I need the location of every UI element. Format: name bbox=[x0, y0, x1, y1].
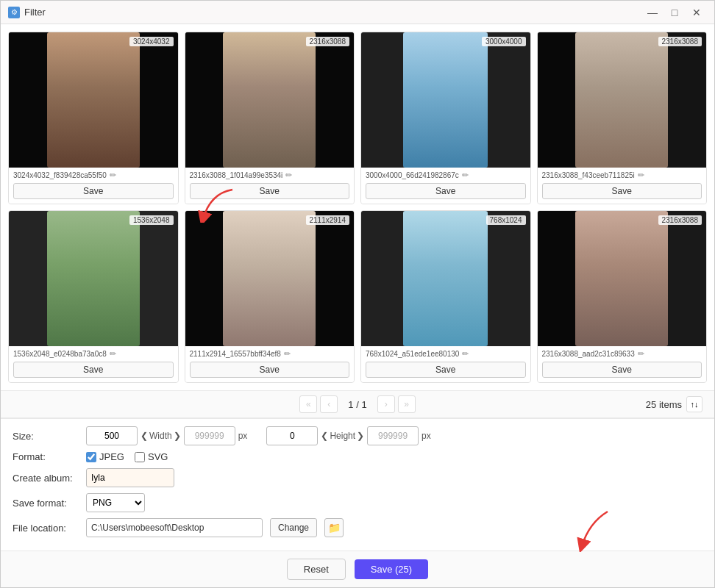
right-arrow-icon-2: ❯ bbox=[357, 431, 364, 441]
close-button[interactable]: ✕ bbox=[686, 4, 707, 21]
px-label-1: px bbox=[238, 431, 248, 441]
reset-button[interactable]: Reset bbox=[287, 559, 346, 580]
left-arrow-icon-2: ❮ bbox=[321, 431, 328, 441]
folder-icon: 📁 bbox=[328, 522, 341, 534]
main-window: ⚙ Filter — □ ✕ bbox=[0, 0, 715, 588]
card-save-btn-1[interactable]: Save bbox=[13, 183, 174, 199]
jpeg-checkbox[interactable] bbox=[86, 452, 96, 462]
width-group: ❮ Width ❯ px bbox=[86, 426, 247, 445]
items-count: 25 items ↑↓ bbox=[646, 396, 702, 412]
edit-icon-6[interactable]: ✏ bbox=[284, 349, 291, 359]
image-thumb-2: 2316x3088 bbox=[185, 32, 355, 168]
card-save-btn-8[interactable]: Save bbox=[542, 362, 702, 378]
height-arrow-label: ❮ Height ❯ bbox=[321, 431, 364, 441]
content-area: 3024x4032 3024x4032_f839428ca55f50 ✏ Sav… bbox=[1, 24, 714, 587]
svg-checkbox[interactable] bbox=[135, 452, 145, 462]
image-card-6: 2111x2914 2111x2914_16557bbff34ef8 ✏ Sav… bbox=[185, 210, 355, 383]
maximize-button[interactable]: □ bbox=[664, 4, 685, 21]
image-card-1: 3024x4032 3024x4032_f839428ca55f50 ✏ Sav… bbox=[8, 32, 179, 204]
jpeg-label: JPEG bbox=[99, 451, 124, 462]
filename-2: 2316x3088_1f014a99e3534i ✏ bbox=[190, 171, 350, 180]
card-footer-1: 3024x4032_f839428ca55f50 ✏ Save bbox=[9, 168, 178, 204]
save-format-label: Save format: bbox=[13, 498, 79, 509]
window-title: Filter bbox=[24, 7, 642, 18]
resolution-badge-7: 768x1024 bbox=[486, 215, 526, 225]
height-input[interactable] bbox=[266, 426, 318, 445]
resolution-badge-6: 2111x2914 bbox=[306, 215, 350, 225]
px-label-2: px bbox=[421, 431, 431, 441]
svg-checkbox-label[interactable]: SVG bbox=[135, 451, 168, 462]
resolution-badge-8: 2316x3088 bbox=[658, 215, 702, 225]
prev-page-button[interactable]: ‹ bbox=[320, 395, 338, 413]
next-page-button[interactable]: › bbox=[377, 395, 395, 413]
first-page-button[interactable]: « bbox=[299, 395, 317, 413]
image-thumb-6: 2111x2914 bbox=[185, 211, 355, 346]
left-arrow-icon: ❮ bbox=[140, 431, 148, 441]
filename-4: 2316x3088_f43ceeb711825i ✏ bbox=[542, 171, 702, 180]
edit-icon-4[interactable]: ✏ bbox=[638, 171, 644, 180]
resolution-badge-2: 2316x3088 bbox=[306, 37, 350, 46]
width-input[interactable] bbox=[86, 426, 138, 445]
card-save-btn-6[interactable]: Save bbox=[190, 362, 350, 378]
image-thumb-5: 1536x2048 bbox=[9, 211, 178, 346]
image-thumb-8: 2316x3088 bbox=[538, 211, 707, 346]
edit-icon-5[interactable]: ✏ bbox=[110, 349, 116, 359]
edit-icon-1[interactable]: ✏ bbox=[110, 171, 116, 180]
resolution-badge-3: 3000x4000 bbox=[482, 37, 526, 46]
save-main-button[interactable]: Save (25) bbox=[355, 559, 428, 579]
file-location-label: File location: bbox=[13, 523, 79, 534]
format-label: Format: bbox=[13, 451, 79, 462]
save-format-row: Save format: PNG JPG WEBP bbox=[13, 493, 702, 512]
last-page-button[interactable]: » bbox=[398, 395, 416, 413]
image-card-5: 1536x2048 1536x2048_e0248ba73a0c8 ✏ Save bbox=[8, 210, 179, 383]
edit-icon-2[interactable]: ✏ bbox=[285, 171, 292, 180]
resolution-badge-5: 1536x2048 bbox=[129, 215, 174, 225]
right-arrow-icon: ❯ bbox=[174, 431, 181, 441]
window-controls: — □ ✕ bbox=[642, 4, 707, 21]
height-group: ❮ Height ❯ px bbox=[266, 426, 430, 445]
image-card-4: 2316x3088 2316x3088_f43ceeb711825i ✏ Sav… bbox=[537, 32, 708, 204]
card-save-btn-3[interactable]: Save bbox=[366, 183, 526, 199]
filename-7: 768x1024_a51ede1ee80130 ✏ bbox=[366, 349, 526, 359]
edit-icon-3[interactable]: ✏ bbox=[462, 171, 469, 180]
image-thumb-7: 768x1024 bbox=[361, 211, 530, 346]
page-info: 1 / 1 bbox=[348, 399, 366, 410]
card-footer-4: 2316x3088_f43ceeb711825i ✏ Save bbox=[538, 168, 707, 204]
height-max-input[interactable] bbox=[367, 426, 419, 445]
image-card-8: 2316x3088 2316x3088_aad2c31c89633 ✏ Save bbox=[537, 210, 708, 383]
card-footer-8: 2316x3088_aad2c31c89633 ✏ Save bbox=[538, 346, 707, 382]
album-row: Create album: bbox=[13, 468, 702, 487]
edit-icon-8[interactable]: ✏ bbox=[638, 349, 644, 359]
sort-button[interactable]: ↑↓ bbox=[686, 396, 702, 412]
album-input[interactable] bbox=[86, 468, 174, 487]
folder-icon-button[interactable]: 📁 bbox=[324, 518, 344, 537]
size-label: Size: bbox=[13, 431, 79, 442]
resolution-badge-1: 3024x4032 bbox=[129, 37, 174, 46]
card-save-btn-2[interactable]: Save bbox=[190, 183, 350, 199]
filename-5: 1536x2048_e0248ba73a0c8 ✏ bbox=[13, 349, 174, 359]
filename-6: 2111x2914_16557bbff34ef8 ✏ bbox=[190, 349, 350, 359]
file-location-input[interactable] bbox=[86, 518, 263, 537]
svg-label: SVG bbox=[148, 451, 168, 462]
format-checkboxes: JPEG SVG bbox=[86, 451, 168, 462]
width-max-input[interactable] bbox=[184, 426, 235, 445]
action-bar: Reset Save (25) bbox=[1, 551, 714, 587]
image-card-2: 2316x3088 2316x3088_1f014a99e3534i ✏ Sav… bbox=[185, 32, 355, 204]
card-save-btn-4[interactable]: Save bbox=[542, 183, 702, 199]
filename-8: 2316x3088_aad2c31c89633 ✏ bbox=[542, 349, 702, 359]
filename-3: 3000x4000_66d241982867c ✏ bbox=[366, 171, 526, 180]
card-footer-3: 3000x4000_66d241982867c ✏ Save bbox=[361, 168, 530, 204]
card-save-btn-7[interactable]: Save bbox=[366, 362, 526, 378]
file-location-row: File location: Change 📁 bbox=[13, 518, 702, 537]
title-bar: ⚙ Filter — □ ✕ bbox=[1, 1, 714, 24]
image-grid: 3024x4032 3024x4032_f839428ca55f50 ✏ Sav… bbox=[1, 24, 714, 390]
save-format-select[interactable]: PNG JPG WEBP bbox=[86, 493, 145, 512]
card-save-btn-5[interactable]: Save bbox=[13, 362, 174, 378]
jpeg-checkbox-label[interactable]: JPEG bbox=[86, 451, 124, 462]
settings-area: Size: ❮ Width ❯ px ❮ Height bbox=[1, 418, 714, 551]
change-button[interactable]: Change bbox=[270, 518, 317, 537]
image-thumb-1: 3024x4032 bbox=[9, 32, 178, 168]
edit-icon-7[interactable]: ✏ bbox=[462, 349, 469, 359]
minimize-button[interactable]: — bbox=[642, 4, 663, 21]
size-row: Size: ❮ Width ❯ px ❮ Height bbox=[13, 426, 702, 445]
